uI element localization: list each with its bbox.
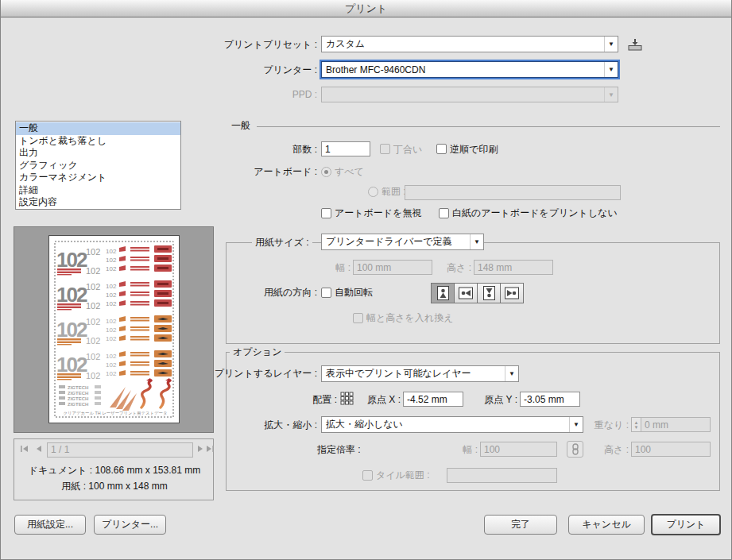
dialog-titlebar[interactable]: プリント <box>1 0 731 17</box>
placement-grid-icon <box>340 392 354 405</box>
ignore-artboards-checkbox[interactable] <box>321 208 331 218</box>
decal-brand-text: ZIGTECH <box>68 385 88 390</box>
prev-page-button <box>33 444 43 454</box>
dialog-title: プリント <box>345 2 387 14</box>
artwork-preview-page: 102 102 102 102 102 102 <box>49 236 179 423</box>
decal-number-text: 102 <box>56 353 87 377</box>
orientation-landscape-left-button[interactable] <box>454 283 478 303</box>
print-preset-value: カスタム <box>322 37 604 51</box>
sidebar-item-color-management[interactable]: カラーマネジメント <box>16 172 180 184</box>
print-button[interactable]: プリント <box>651 514 721 535</box>
tile-range-label: タイル範囲 : <box>376 469 430 481</box>
print-preset-label: プリントプリセット : <box>144 39 317 51</box>
orientation-portrait-reverse-button[interactable] <box>477 283 501 303</box>
first-page-icon <box>20 445 29 453</box>
scaling-select[interactable]: 拡大・縮小しない ▼ <box>321 416 583 433</box>
last-page-button <box>205 444 215 454</box>
done-button[interactable]: 完了 <box>484 515 557 535</box>
tile-range-checkbox <box>362 470 373 481</box>
copies-input[interactable] <box>321 141 370 156</box>
decal-claws <box>110 387 137 411</box>
artboard-label: アートボード : <box>192 166 317 178</box>
decal-number-text: 102 <box>106 257 117 264</box>
print-layers-select[interactable]: 表示中でプリント可能なレイヤー ▼ <box>321 365 519 382</box>
decal-brand-text: ZIGTECH <box>68 391 88 396</box>
paper-size-label: 用紙 : <box>61 481 86 492</box>
paper-width-input <box>353 260 432 275</box>
sidebar-item-graphics[interactable]: グラフィック <box>16 160 180 172</box>
scale-ratio-label: 指定倍率 : <box>317 444 361 456</box>
chevron-down-icon: ▼ <box>604 62 618 77</box>
orientation-portrait-button[interactable] <box>431 283 455 303</box>
decal-number-text: 102 <box>106 353 117 360</box>
save-preset-icon <box>627 38 643 51</box>
auto-rotate-label: 自動回転 <box>335 287 373 299</box>
scale-height-input <box>631 442 711 457</box>
page-setup-button[interactable]: 用紙設定... <box>14 515 86 535</box>
chevron-down-icon: ▼ <box>604 87 618 102</box>
placement-proxy-grid[interactable] <box>340 392 354 407</box>
sidebar-item-marks-bleed[interactable]: トンボと裁ち落とし <box>16 135 180 148</box>
decal-dragons <box>141 380 170 407</box>
orientation-portrait-icon <box>437 286 449 300</box>
decal-number-text: 102 <box>106 265 117 272</box>
decal-number-text: 102 <box>86 371 100 380</box>
skip-blank-checkbox[interactable] <box>439 208 449 218</box>
print-layers-value: 表示中でプリント可能なレイヤー <box>322 367 505 380</box>
scale-width-label: 幅 : <box>446 444 478 456</box>
decal-number-text: 102 <box>106 335 117 342</box>
orientation-portrait-reverse-icon <box>483 286 495 300</box>
sidebar-item-advanced[interactable]: 詳細 <box>16 184 180 197</box>
decal-brand-text: ZIGTECH <box>68 396 88 401</box>
artboard-all-label: すべて <box>335 166 364 178</box>
preview-info-box: 1 / 1 ドキュメント : 108.66 mm x 153.81 mm 用紙 … <box>14 438 214 500</box>
link-scale-button <box>567 441 583 458</box>
next-page-icon <box>197 445 204 453</box>
sidebar-item-summary[interactable]: 設定内容 <box>16 196 180 209</box>
decal-number-text: 102 <box>86 282 100 292</box>
decal-number-text: 102 <box>56 318 87 342</box>
decal-brand-rows: ZIGTECH ZIGTECH ZIGTECH ZIGTECH <box>59 385 101 407</box>
printer-button[interactable]: プリンター... <box>94 515 166 535</box>
orientation-label: 用紙の方向 : <box>226 287 317 299</box>
decal-number-text: 102 <box>106 292 117 299</box>
chevron-down-icon: ▼ <box>604 37 618 52</box>
paper-height-label: 高さ : <box>430 262 471 274</box>
swap-width-height-checkbox <box>353 313 363 323</box>
document-size-line: ドキュメント : 108.66 mm x 153.81 mm <box>14 464 215 477</box>
orientation-landscape-right-button[interactable] <box>500 283 524 303</box>
link-icon <box>571 443 579 455</box>
placement-label: 配置 : <box>279 394 337 406</box>
general-section-title: 一般 <box>231 120 250 132</box>
scaling-value: 拡大・縮小しない <box>322 418 569 431</box>
document-size-label: ドキュメント : <box>29 465 92 476</box>
sidebar-item-general[interactable]: 一般 <box>16 122 180 135</box>
decal-brand-text: ZIGTECH <box>68 402 88 407</box>
scale-height-label: 高さ : <box>587 444 629 456</box>
reverse-order-checkbox[interactable] <box>436 144 447 154</box>
decal-dragon-head <box>146 378 152 381</box>
origin-y-input[interactable] <box>520 392 580 407</box>
paper-size-value: 100 mm x 148 mm <box>88 481 167 492</box>
chevron-down-icon: ▼ <box>505 366 518 381</box>
print-preset-select[interactable]: カスタム ▼ <box>321 36 618 52</box>
scale-width-input <box>480 442 557 457</box>
decal-number-text: 102 <box>86 247 100 257</box>
media-size-select[interactable]: プリンタードライバーで定義 ▼ <box>321 234 484 250</box>
sidebar-item-output[interactable]: 出力 <box>16 147 180 160</box>
decal-block: 102 102 102 102 102 102 <box>56 350 172 380</box>
decal-number-text: 102 <box>86 336 100 346</box>
decal-block: 102 102 102 102 102 102 <box>56 315 172 346</box>
skip-blank-label: 白紙のアートボードをプリントしない <box>452 207 618 219</box>
overlap-input <box>641 417 711 432</box>
decal-number-text: 102 <box>106 370 117 377</box>
printer-select[interactable]: Brother MFC-9460CDN ▼ <box>321 61 618 78</box>
ppd-select: ▼ <box>321 87 618 102</box>
orientation-landscape-left-icon <box>459 286 473 300</box>
decal-caption-text: クリアデカール TH レーザープリント用テストデータ <box>64 411 168 416</box>
chevron-down-icon: ▼ <box>470 234 483 249</box>
auto-rotate-checkbox[interactable] <box>321 288 331 298</box>
origin-x-input[interactable] <box>403 392 463 407</box>
cancel-button[interactable]: キャンセル <box>568 515 645 535</box>
save-preset-button[interactable] <box>625 37 645 52</box>
